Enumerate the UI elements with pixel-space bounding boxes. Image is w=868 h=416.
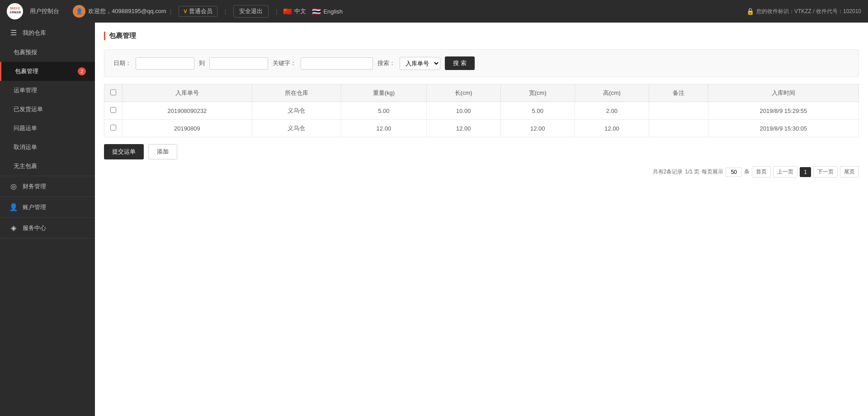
table-row: 20190809 义乌仓 12.00 12.00 12.00 12.00 201… [104, 120, 859, 137]
date-to-input[interactable] [209, 57, 268, 70]
submit-waybill-button[interactable]: 提交运单 [104, 144, 144, 159]
keyword-label: 关键字： [273, 59, 296, 67]
th-checkbox [104, 84, 123, 102]
pagination-total: 共有2条记录 [653, 168, 683, 176]
lang-cn[interactable]: 🇨🇳 中文 [283, 7, 306, 16]
row-length: 12.00 [426, 120, 500, 137]
sidebar-warehouse-label: 我的仓库 [23, 29, 46, 37]
row-checkbox-0[interactable] [110, 107, 116, 113]
user-id-info: 🔒 您的收件标识：VTKZZ / 收件代号：102010 [746, 8, 861, 15]
problem-waybill-label: 问题运单 [14, 124, 37, 132]
search-button[interactable]: 搜 索 [445, 56, 475, 70]
service-label: 服务中心 [23, 224, 46, 232]
th-intime: 入库时间 [708, 84, 859, 102]
search-type-select[interactable]: 入库单号 所在仓库 备注 [400, 57, 440, 70]
account-label: 账户管理 [23, 203, 46, 211]
th-weight: 重量(kg) [341, 84, 426, 102]
th-width: 宽(cm) [500, 84, 575, 102]
th-warehouse: 所在仓库 [252, 84, 341, 102]
row-order-no[interactable]: 20190809 [123, 120, 252, 137]
sidebar-account-section: 👤 账户管理 [0, 197, 95, 218]
app-title: 用户控制台 [30, 7, 59, 15]
finance-label: 财务管理 [23, 182, 46, 191]
add-button[interactable]: 添加 [148, 144, 177, 159]
svg-text:56SYS: 56SYS [10, 7, 20, 10]
row-width: 5.00 [500, 102, 575, 120]
row-remark [649, 102, 708, 120]
per-page-unit: 条 [744, 168, 750, 176]
cancel-waybill-label: 取消运单 [14, 143, 37, 151]
select-all-checkbox[interactable] [110, 89, 116, 95]
first-page-button[interactable]: 首页 [752, 166, 771, 178]
sidebar-item-service[interactable]: ◈ 服务中心 [0, 218, 95, 238]
package-manage-badge: 2 [78, 67, 86, 75]
service-icon: ◈ [9, 224, 18, 232]
th-remark: 备注 [649, 84, 708, 102]
row-height: 2.00 [575, 102, 649, 120]
sidebar-item-account[interactable]: 👤 账户管理 [0, 197, 95, 217]
account-icon: 👤 [9, 203, 18, 211]
content-area: 包裹管理 日期： 到 关键字： 搜索： 入库单号 所在仓库 备注 搜 索 [95, 23, 868, 416]
last-page-button[interactable]: 尾页 [840, 166, 859, 178]
per-page-input[interactable] [726, 168, 742, 177]
row-weight: 12.00 [341, 120, 426, 137]
row-intime: 2019/8/9 15:30:05 [708, 120, 859, 137]
sidebar-item-finance[interactable]: ◎ 财务管理 [0, 176, 95, 196]
sidebar-item-package-manage[interactable]: 包裹管理 2 [0, 62, 95, 81]
lang-en[interactable]: 🇹🇭 English [312, 7, 343, 16]
pagination: 共有2条记录 1/1 页 每页展示 条 首页 上一页 1 下一页 尾页 [104, 166, 859, 178]
sidebar-item-cancel-waybill[interactable]: 取消运单 [0, 138, 95, 157]
th-length: 长(cm) [426, 84, 500, 102]
th-height: 高(cm) [575, 84, 649, 102]
finance-icon: ◎ [9, 182, 18, 191]
svg-text:全景物流通: 全景物流通 [9, 11, 21, 14]
row-height: 12.00 [575, 120, 649, 137]
action-bar: 提交运单 添加 [104, 144, 859, 159]
package-pre-label: 包裹预报 [14, 48, 37, 56]
sidebar-warehouse-section: ☰ 我的仓库 包裹预报 包裹管理 2 运单管理 已发货运单 问题运单 取消运单 [0, 23, 95, 176]
keyword-input[interactable] [301, 57, 373, 70]
warehouse-icon: ☰ [9, 28, 18, 37]
sidebar-item-shipped-waybill[interactable]: 已发货运单 [0, 100, 95, 119]
prev-page-button[interactable]: 上一页 [773, 166, 797, 178]
sidebar-item-package-pre[interactable]: 包裹预报 [0, 43, 95, 62]
current-page-button[interactable]: 1 [800, 167, 811, 177]
row-remark [649, 120, 708, 137]
row-checkbox-cell [104, 120, 123, 137]
packages-table: 入库单号 所在仓库 重量(kg) 长(cm) 宽(cm) 高(cm) 备注 入库… [104, 84, 859, 137]
row-intime: 2019/8/9 15:29:55 [708, 102, 859, 120]
shipped-waybill-label: 已发货运单 [14, 105, 43, 113]
member-label: 普通会员 [189, 7, 212, 15]
next-page-button[interactable]: 下一页 [813, 166, 838, 178]
row-order-no[interactable]: 201908090232 [123, 102, 252, 120]
logo-icon: 56SYS 全景物流通 [7, 3, 23, 19]
row-weight: 5.00 [341, 102, 426, 120]
row-width: 12.00 [500, 120, 575, 137]
sidebar-item-problem-waybill[interactable]: 问题运单 [0, 119, 95, 138]
topnav: 56SYS 全景物流通 用户控制台 👤 欢迎您，409889195@qq.com… [0, 0, 868, 23]
page-header: 包裹管理 [104, 32, 859, 40]
user-info: 👤 欢迎您，409889195@qq.com [73, 5, 166, 18]
sidebar-item-my-warehouse[interactable]: ☰ 我的仓库 [0, 23, 95, 43]
lock-icon: 🔒 [746, 8, 754, 15]
sidebar-item-no-owner-package[interactable]: 无主包裹 [0, 157, 95, 176]
per-page-label: 每页展示 [702, 168, 723, 176]
sidebar-item-waybill-manage[interactable]: 运单管理 [0, 81, 95, 100]
date-to-label: 到 [199, 59, 205, 67]
row-checkbox-cell [104, 102, 123, 120]
cn-flag-icon: 🇨🇳 [283, 7, 292, 16]
table-header-row: 入库单号 所在仓库 重量(kg) 长(cm) 宽(cm) 高(cm) 备注 入库… [104, 84, 859, 102]
avatar: 👤 [73, 5, 85, 18]
user-id-text: 您的收件标识：VTKZZ / 收件代号：102010 [756, 8, 861, 15]
logout-button[interactable]: 安全退出 [233, 5, 269, 18]
row-checkbox-1[interactable] [110, 125, 116, 131]
package-manage-label: 包裹管理 [15, 67, 38, 75]
table-row: 201908090232 义乌仓 5.00 10.00 5.00 2.00 20… [104, 102, 859, 120]
page-title: 包裹管理 [109, 32, 136, 40]
cn-lang-label: 中文 [294, 7, 306, 15]
main-layout: ☰ 我的仓库 包裹预报 包裹管理 2 运单管理 已发货运单 问题运单 取消运单 [0, 23, 868, 416]
member-badge: V 普通会员 [179, 6, 217, 17]
search-type-label: 搜索： [377, 59, 395, 67]
row-warehouse: 义乌仓 [252, 120, 341, 137]
date-from-input[interactable] [136, 57, 194, 70]
